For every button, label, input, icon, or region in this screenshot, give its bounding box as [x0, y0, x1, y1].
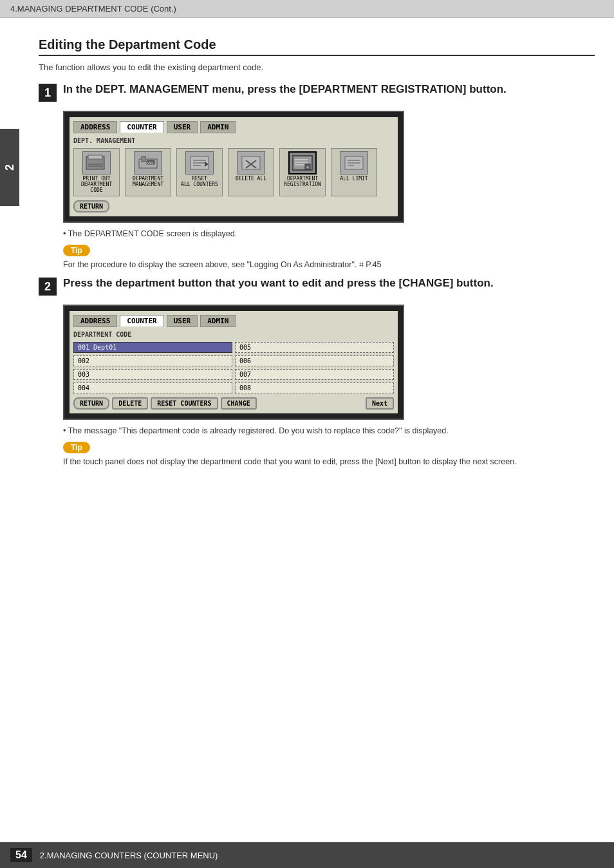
screen1-inner: ADDRESS COUNTER USER ADMIN DEPT. MANAGEM…	[70, 117, 398, 216]
screen1-tab-address[interactable]: ADDRESS	[73, 121, 117, 133]
icon-print-dept-code[interactable]: PRINT OUTDEPARTMENT CODE	[73, 148, 120, 196]
screen2-footer-btns: RETURN DELETE RESET COUNTERS CHANGE Next	[73, 397, 394, 410]
tip1-text: For the procedure to display the screen …	[63, 260, 595, 270]
dept-row-001[interactable]: 001 Dept01	[73, 342, 232, 353]
screen2-dept-grid: 001 Dept01 005 002 006 003 007 004 008	[73, 342, 394, 393]
screen2-label: DEPARTMENT CODE	[73, 331, 394, 338]
icon-dept-mgmt-img: xxx	[134, 151, 162, 175]
chapter-number: 2	[3, 164, 17, 171]
screen1-return-btn[interactable]: RETURN	[73, 200, 109, 212]
screen1-tabs: ADDRESS COUNTER USER ADMIN	[73, 121, 394, 133]
step1-tip: Tip For the procedure to display the scr…	[63, 245, 595, 270]
screen2-inner: ADDRESS COUNTER USER ADMIN DEPARTMENT CO…	[70, 311, 398, 413]
screen1-tab-admin[interactable]: ADMIN	[200, 121, 236, 133]
screen2-left-btns: RETURN DELETE RESET COUNTERS CHANGE	[73, 397, 257, 410]
screen1-tab-counter[interactable]: COUNTER	[120, 121, 163, 133]
main-content: Editing the Department Code The function…	[19, 18, 614, 511]
tip1-label: Tip	[63, 245, 90, 256]
dept-row-006[interactable]: 006	[235, 355, 394, 366]
step2-number: 2	[39, 278, 57, 296]
screen1: ADDRESS COUNTER USER ADMIN DEPT. MANAGEM…	[63, 111, 404, 223]
icon-reset-counters[interactable]: RESETALL COUNTERS	[176, 148, 223, 196]
icon-delete-img	[237, 151, 265, 175]
screen2-tab-admin[interactable]: ADMIN	[200, 315, 236, 327]
screen1-icons: PRINT OUTDEPARTMENT CODE xxx DEPARTMENTM…	[73, 148, 394, 196]
screen2-change-btn[interactable]: CHANGE	[221, 397, 257, 410]
screen1-label: DEPT. MANAGEMENT	[73, 137, 394, 144]
step2-container: 2 Press the department button that you w…	[39, 276, 595, 296]
icon-all-limit-img	[340, 151, 368, 175]
footer-text: 2.MANAGING COUNTERS (COUNTER MENU)	[40, 851, 218, 860]
svg-rect-5	[142, 156, 145, 162]
screen2: ADDRESS COUNTER USER ADMIN DEPARTMENT CO…	[63, 305, 404, 420]
section-title: Editing the Department Code	[39, 37, 595, 52]
step1-text: In the DEPT. MANAGEMENT menu, press the …	[63, 82, 507, 97]
step2-bullet: The message "This department code is alr…	[63, 426, 595, 435]
page-header: 4.MANAGING DEPARTMENT CODE (Cont.)	[0, 0, 614, 18]
icon-all-limit[interactable]: ALL LIMIT	[331, 148, 377, 196]
screen2-tab-counter[interactable]: COUNTER	[120, 315, 163, 327]
header-text: 4.MANAGING DEPARTMENT CODE (Cont.)	[10, 4, 176, 14]
svg-text:xxx: xxx	[147, 161, 153, 165]
icon-print-img	[82, 151, 111, 175]
icon-dept-reg-img: +	[288, 151, 317, 175]
step1-bullet: The DEPARTMENT CODE screen is displayed.	[63, 229, 595, 238]
step2-text: Press the department button that you wan…	[63, 276, 494, 290]
icon-delete-all[interactable]: DELETE ALL	[228, 148, 274, 196]
dept-row-003[interactable]: 003	[73, 369, 232, 380]
tip2-label: Tip	[63, 442, 90, 453]
dept-row-008[interactable]: 008	[235, 382, 394, 393]
step1-container: 1 In the DEPT. MANAGEMENT menu, press th…	[39, 82, 595, 102]
chapter-tab: 2	[0, 129, 19, 206]
screen2-delete-btn[interactable]: DELETE	[112, 397, 148, 410]
icon-dept-registration[interactable]: + DEPARTMENTREGISTRATION	[279, 148, 326, 196]
intro-text: The function allows you to edit the exis…	[39, 62, 595, 72]
page-number: 54	[10, 848, 32, 862]
step2-tip: Tip If the touch panel does not display …	[63, 442, 595, 466]
screen1-tab-user[interactable]: USER	[167, 121, 198, 133]
dept-row-007[interactable]: 007	[235, 369, 394, 380]
screen2-next-btn[interactable]: Next	[366, 397, 394, 410]
page-footer: 54 2.MANAGING COUNTERS (COUNTER MENU)	[0, 842, 614, 868]
tip2-text: If the touch panel does not display the …	[63, 457, 595, 466]
screen2-tab-address[interactable]: ADDRESS	[73, 315, 117, 327]
icon-dept-management[interactable]: xxx DEPARTMENTMANAGEMENT	[125, 148, 171, 196]
dept-row-004[interactable]: 004	[73, 382, 232, 393]
svg-rect-1	[88, 155, 102, 159]
dept-row-002[interactable]: 002	[73, 355, 232, 366]
screen2-tabs: ADDRESS COUNTER USER ADMIN	[73, 315, 394, 327]
step1-number: 1	[39, 84, 57, 102]
svg-text:+: +	[306, 165, 309, 170]
icon-reset-img	[185, 151, 214, 175]
section-divider	[39, 55, 595, 56]
screen2-tab-user[interactable]: USER	[167, 315, 198, 327]
screen2-reset-counters-btn[interactable]: RESET COUNTERS	[151, 397, 218, 410]
svg-rect-13	[242, 156, 260, 169]
dept-row-005[interactable]: 005	[235, 342, 394, 353]
screen2-return-btn[interactable]: RETURN	[73, 397, 109, 410]
